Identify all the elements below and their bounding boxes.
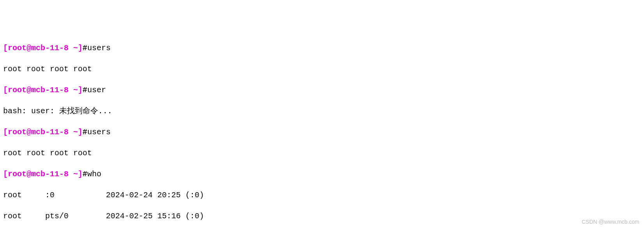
who-row-1: root :0 2024-02-24 20:25 (:0): [3, 190, 641, 200]
prompt-tilde: ~: [73, 44, 78, 53]
prompt-hash: #: [83, 44, 87, 53]
prompt-line-2: [root@mcb-11-8 ~]#user: [3, 85, 641, 95]
watermark: CSDN @www.mcb.com: [582, 218, 639, 226]
cmd-users-2[interactable]: users: [87, 128, 111, 137]
cmd-users-1[interactable]: users: [87, 44, 111, 53]
prompt-at: @: [26, 44, 31, 53]
prompt-line-3: [root@mcb-11-8 ~]#users: [3, 127, 641, 137]
who-row-2: root pts/0 2024-02-25 15:16 (:0): [3, 211, 641, 221]
prompt-open: [: [3, 44, 8, 53]
cmd-who[interactable]: who: [87, 170, 101, 179]
prompt-close: ]: [78, 44, 83, 53]
prompt-line-4: [root@mcb-11-8 ~]#who: [3, 169, 641, 179]
prompt-user: root: [8, 44, 26, 53]
output-users-2: root root root root: [3, 148, 641, 158]
cmd-user[interactable]: user: [87, 86, 106, 95]
output-user-error: bash: user: 未找到命令...: [3, 106, 641, 116]
output-users-1: root root root root: [3, 64, 641, 74]
prompt-host: mcb-11-8: [31, 44, 69, 53]
prompt-line-1: [root@mcb-11-8 ~]#users: [3, 43, 641, 53]
